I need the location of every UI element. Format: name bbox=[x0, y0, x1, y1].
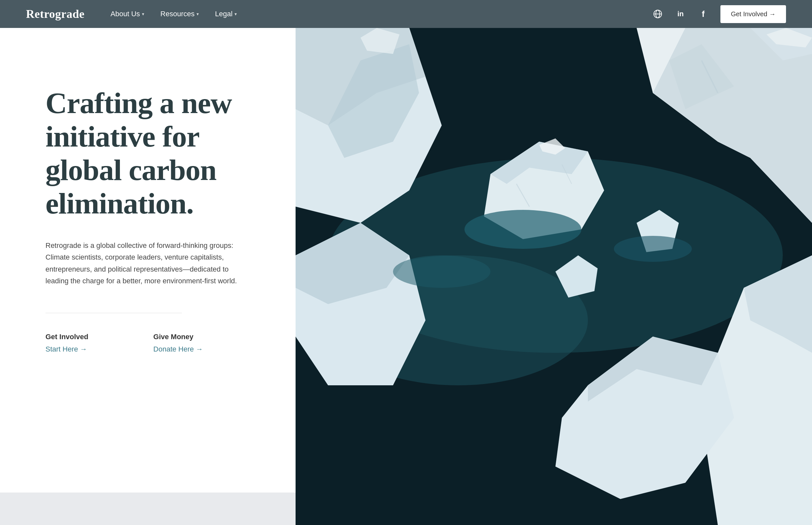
cta-get-involved-link[interactable]: Start Here → bbox=[45, 345, 88, 354]
cta-get-involved-label: Get Involved bbox=[45, 333, 88, 341]
chevron-down-icon: ▾ bbox=[234, 11, 237, 17]
nav-legal-label: Legal bbox=[215, 10, 232, 18]
nav-about-us-label: About Us bbox=[110, 10, 140, 18]
svg-point-26 bbox=[393, 255, 490, 288]
hero-image bbox=[295, 28, 812, 525]
hero-ctas: Get Involved Start Here → Give Money Don… bbox=[45, 333, 270, 354]
linkedin-icon[interactable]: in bbox=[675, 9, 686, 19]
hero-content: Crafting a new initiative for global car… bbox=[0, 28, 295, 525]
cta-donate-link[interactable]: Donate Here → bbox=[153, 345, 203, 354]
svg-point-25 bbox=[614, 236, 692, 262]
nav-right: in f Get Involved → bbox=[652, 5, 786, 23]
hero-divider bbox=[45, 313, 182, 313]
iceberg-svg bbox=[295, 28, 812, 525]
cta-get-involved: Get Involved Start Here → bbox=[45, 333, 88, 354]
navbar: Retrograde About Us ▾ Resources ▾ Legal … bbox=[0, 0, 812, 28]
nav-resources-label: Resources bbox=[160, 10, 195, 18]
hero-title: Crafting a new initiative for global car… bbox=[45, 86, 270, 220]
facebook-icon[interactable]: f bbox=[698, 9, 709, 19]
cta-give-money: Give Money Donate Here → bbox=[153, 333, 203, 354]
chevron-down-icon: ▾ bbox=[197, 11, 199, 17]
hero-description: Retrograde is a global collective of for… bbox=[45, 240, 253, 287]
chevron-down-icon: ▾ bbox=[142, 11, 144, 17]
cta-give-money-label: Give Money bbox=[153, 333, 203, 341]
nav-legal[interactable]: Legal ▾ bbox=[215, 10, 237, 18]
nav-about-us[interactable]: About Us ▾ bbox=[110, 10, 144, 18]
bottom-section bbox=[0, 493, 295, 525]
logo[interactable]: Retrograde bbox=[26, 7, 85, 21]
svg-point-24 bbox=[464, 210, 581, 249]
hero-section: Crafting a new initiative for global car… bbox=[0, 28, 812, 525]
nav-resources[interactable]: Resources ▾ bbox=[160, 10, 199, 18]
globe-icon[interactable] bbox=[652, 9, 663, 19]
nav-links: About Us ▾ Resources ▾ Legal ▾ bbox=[110, 10, 652, 18]
get-involved-button[interactable]: Get Involved → bbox=[720, 5, 786, 23]
